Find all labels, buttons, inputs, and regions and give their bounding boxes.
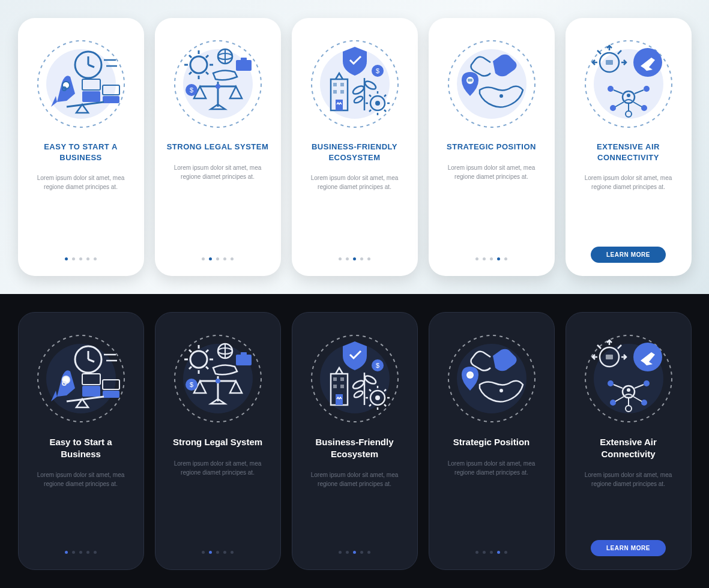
learn-more-button[interactable]: LEARN MORE <box>591 247 666 263</box>
dot[interactable] <box>504 551 507 554</box>
dot[interactable] <box>209 551 212 554</box>
page-dots[interactable] <box>339 257 370 260</box>
dot[interactable] <box>72 551 75 554</box>
page-dots[interactable] <box>475 257 507 260</box>
card-body: Lorem ipsum dolor sit amet, mea regione … <box>574 173 683 191</box>
shield-plant-icon <box>307 331 403 427</box>
dot[interactable] <box>483 257 486 260</box>
dot[interactable] <box>475 257 478 260</box>
card-body: Lorem ipsum dolor sit amet, mea regione … <box>438 459 546 477</box>
onboarding-card: Strong Legal System Lorem ipsum dolor si… <box>155 312 281 570</box>
dot[interactable] <box>86 551 89 554</box>
dot[interactable] <box>346 257 349 260</box>
page-dots[interactable] <box>339 551 370 554</box>
dot[interactable] <box>79 257 82 260</box>
page-dots[interactable] <box>65 551 97 554</box>
onboarding-card: .fillAccent{fill:#4a72e0} Easy to Start … <box>18 312 144 570</box>
map-handshake-icon <box>444 36 540 132</box>
onboarding-card: Extensive Air Connectivity Lorem ipsum d… <box>566 312 692 570</box>
dot[interactable] <box>72 257 75 260</box>
card-body: Lorem ipsum dolor sit amet, mea regione … <box>26 173 136 191</box>
learn-more-button[interactable]: LEARN MORE <box>591 540 666 556</box>
dot[interactable] <box>94 551 97 554</box>
dark-theme-row: .fillAccent{fill:#4a72e0} Easy to Start … <box>0 294 709 588</box>
dot[interactable] <box>223 551 226 554</box>
dot[interactable] <box>216 257 219 260</box>
scales-gear-icon <box>170 331 266 427</box>
card-title: EXTENSIVE AIR CONNECTIVITY <box>574 142 683 163</box>
dot[interactable] <box>490 551 493 554</box>
onboarding-card: STRATEGIC POSITION Lorem ipsum dolor sit… <box>429 18 555 276</box>
page-dots[interactable] <box>202 257 234 260</box>
rocket-clock-icon: .fillAccent{fill:#4a72e0} <box>33 331 129 427</box>
dot[interactable] <box>367 257 370 260</box>
dot[interactable] <box>490 257 493 260</box>
card-body: Lorem ipsum dolor sit amet, mea regione … <box>437 163 546 181</box>
dot[interactable] <box>497 257 500 260</box>
network-plane-icon <box>581 36 677 132</box>
dot[interactable] <box>483 551 486 554</box>
onboarding-card: BUSINESS-FRIENDLY ECOSYSTEM Lorem ipsum … <box>292 18 418 276</box>
dot[interactable] <box>353 551 356 554</box>
card-body: Lorem ipsum dolor sit amet, mea regione … <box>163 163 273 181</box>
light-theme-row: .fillAccent{fill:#2b6cb0} EASY TO START … <box>0 0 709 294</box>
dot[interactable] <box>231 257 234 260</box>
dot[interactable] <box>79 551 82 554</box>
card-title: Strong Legal System <box>169 436 266 448</box>
dot[interactable] <box>353 257 356 260</box>
onboarding-card: Strategic Position Lorem ipsum dolor sit… <box>429 312 555 570</box>
card-title: Strategic Position <box>450 436 534 448</box>
dot[interactable] <box>223 257 226 260</box>
dot[interactable] <box>339 257 342 260</box>
dot[interactable] <box>94 257 97 260</box>
card-title: EASY TO START A BUSINESS <box>26 142 136 163</box>
shield-plant-icon <box>307 36 403 132</box>
dot[interactable] <box>346 551 349 554</box>
card-title: Business-Friendly Ecosystem <box>301 436 409 460</box>
onboarding-card: .fillAccent{fill:#2b6cb0} EASY TO START … <box>18 18 144 276</box>
dot[interactable] <box>216 551 219 554</box>
network-plane-icon <box>581 331 677 427</box>
card-title: Extensive Air Connectivity <box>575 436 683 460</box>
dot[interactable] <box>504 257 507 260</box>
dot[interactable] <box>360 551 363 554</box>
page-dots[interactable] <box>202 551 234 554</box>
map-handshake-icon <box>444 331 540 427</box>
card-body: Lorem ipsum dolor sit amet, mea regione … <box>164 459 272 477</box>
dot[interactable] <box>231 551 234 554</box>
card-title: BUSINESS-FRIENDLY ECOSYSTEM <box>300 142 409 163</box>
dot[interactable] <box>86 257 89 260</box>
dot[interactable] <box>202 257 205 260</box>
onboarding-card: Business-Friendly Ecosystem Lorem ipsum … <box>292 312 418 570</box>
dot[interactable] <box>367 551 370 554</box>
dot[interactable] <box>475 551 478 554</box>
card-body: Lorem ipsum dolor sit amet, mea regione … <box>301 470 409 488</box>
dot[interactable] <box>360 257 363 260</box>
card-title: Easy to Start a Business <box>27 436 135 460</box>
onboarding-card: STRONG LEGAL SYSTEM Lorem ipsum dolor si… <box>155 18 281 276</box>
dot[interactable] <box>65 551 68 554</box>
dot[interactable] <box>339 551 342 554</box>
scales-gear-icon <box>170 36 266 132</box>
page-dots[interactable] <box>65 257 97 260</box>
card-body: Lorem ipsum dolor sit amet, mea regione … <box>575 470 683 488</box>
card-title: STRONG LEGAL SYSTEM <box>163 142 273 152</box>
dot[interactable] <box>209 257 212 260</box>
onboarding-card: EXTENSIVE AIR CONNECTIVITY Lorem ipsum d… <box>566 18 692 276</box>
card-body: Lorem ipsum dolor sit amet, mea regione … <box>300 173 409 191</box>
dot[interactable] <box>497 551 500 554</box>
card-title: STRATEGIC POSITION <box>443 142 540 152</box>
card-body: Lorem ipsum dolor sit amet, mea regione … <box>27 470 135 488</box>
dot[interactable] <box>202 551 205 554</box>
rocket-clock-icon: .fillAccent{fill:#2b6cb0} <box>33 36 129 132</box>
page-dots[interactable] <box>475 551 507 554</box>
dot[interactable] <box>65 257 68 260</box>
